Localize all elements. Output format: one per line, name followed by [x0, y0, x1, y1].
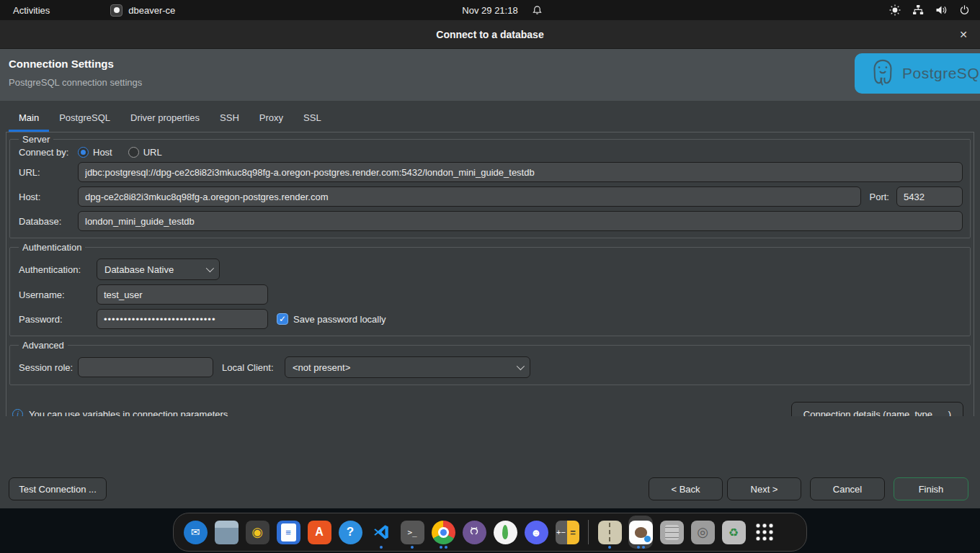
radio-url-label[interactable]: URL [143, 147, 162, 158]
tab-ssl[interactable]: SSL [293, 105, 331, 132]
advanced-row: Session role: Local Client: <not present… [19, 356, 963, 378]
activities-button[interactable]: Activities [13, 5, 50, 16]
dock-help-icon[interactable]: ? [338, 516, 362, 549]
server-group: Server Connect by: Host URL URL: Host: P… [9, 134, 971, 238]
port-input[interactable] [896, 186, 963, 207]
next-button[interactable]: Next > [727, 477, 801, 500]
dbeaver-app-icon [110, 4, 122, 17]
session-role-label: Session role: [19, 362, 78, 373]
desktop-strip: ✉ ◉ ≡ A ? >_ ☻ +−= ◎ ♻ [0, 508, 980, 553]
dock-thunderbird-icon[interactable]: ✉ [183, 516, 208, 549]
page-title: Connection Settings [9, 58, 114, 70]
check-icon: ✓ [279, 314, 286, 324]
dialog-titlebar[interactable]: Connect to a database ✕ [0, 20, 980, 49]
clock[interactable]: Nov 29 21:18 [462, 5, 517, 16]
dock-vscode-icon[interactable] [369, 516, 393, 549]
close-icon[interactable]: ✕ [956, 27, 971, 42]
dock-chrome-icon[interactable] [431, 516, 455, 549]
dock-mongodb-compass-icon[interactable] [493, 516, 517, 549]
authentication-group: Authentication Authentication: Database … [9, 242, 971, 336]
dock-libreoffice-writer-icon[interactable]: ≡ [276, 516, 300, 549]
settings-tabs: Main PostgreSQL Driver properties SSH Pr… [0, 101, 980, 132]
dock-archive-manager-icon[interactable] [597, 516, 622, 549]
host-input[interactable] [78, 186, 861, 207]
network-icon[interactable] [912, 4, 924, 16]
power-icon[interactable] [959, 4, 970, 16]
connect-by-row: Connect by: Host URL [19, 147, 963, 158]
tab-main[interactable]: Main [9, 105, 49, 132]
gnome-top-bar: Activities dbeaver-ce Nov 29 21:18 [0, 0, 980, 20]
host-row: Host: Port: [19, 186, 963, 207]
brightness-icon[interactable] [889, 4, 901, 16]
postgresql-logo: PostgreSQL [855, 53, 980, 94]
tab-driver-properties[interactable]: Driver properties [120, 105, 210, 132]
screen: Activities dbeaver-ce Nov 29 21:18 [0, 0, 980, 553]
username-input[interactable] [97, 284, 268, 305]
url-label: URL: [19, 167, 78, 178]
dock-dbeaver-icon[interactable] [628, 516, 653, 549]
dock-trash-icon[interactable]: ♻ [721, 516, 746, 549]
focused-app-menu[interactable]: dbeaver-ce [110, 4, 175, 17]
local-client-selected-value: <not present> [293, 362, 511, 373]
advanced-group-legend: Advanced [19, 340, 68, 351]
main-tab-panel: Server Connect by: Host URL URL: Host: P… [6, 132, 974, 416]
url-row: URL: [19, 162, 963, 182]
local-client-select[interactable]: <not present> [285, 356, 530, 378]
dock-disks-icon[interactable]: ◎ [690, 516, 715, 549]
password-label: Password: [19, 314, 97, 325]
dialog-footer: Test Connection ... < Back Next > Cancel… [0, 477, 980, 501]
dock-preferences-icon[interactable] [659, 516, 684, 549]
radio-host-label[interactable]: Host [93, 147, 112, 158]
dock-rhythmbox-icon[interactable]: ◉ [245, 516, 270, 549]
dock-discord-icon[interactable]: ☻ [524, 516, 548, 549]
password-row: Password: ✓ Save password locally [19, 309, 963, 329]
postgresql-logo-text: PostgreSQL [902, 65, 980, 82]
url-input[interactable] [78, 162, 963, 182]
server-group-legend: Server [19, 134, 53, 145]
dock-separator [588, 520, 589, 544]
authentication-selected-value: Database Native [104, 264, 200, 275]
dock-app-grid-icon[interactable] [752, 516, 777, 549]
dock-files-icon[interactable] [214, 516, 239, 549]
password-input[interactable] [97, 309, 268, 329]
tab-ssh[interactable]: SSH [210, 105, 249, 132]
host-label: Host: [19, 192, 78, 202]
database-input[interactable] [78, 211, 963, 231]
session-role-input[interactable] [78, 357, 213, 377]
page-subtitle: PostgreSQL connection settings [9, 77, 142, 88]
dock-terminal-icon[interactable]: >_ [400, 516, 424, 549]
save-password-checkbox[interactable]: ✓ [277, 313, 288, 325]
connect-by-label: Connect by: [19, 147, 78, 158]
dock-github-desktop-icon[interactable] [462, 516, 486, 549]
finish-button[interactable]: Finish [894, 477, 968, 500]
radio-url[interactable] [128, 147, 139, 158]
tab-proxy[interactable]: Proxy [249, 105, 293, 132]
save-password-label[interactable]: Save password locally [293, 314, 386, 325]
radio-host[interactable] [78, 147, 89, 158]
local-client-label: Local Client: [222, 362, 285, 373]
focused-app-name: dbeaver-ce [128, 5, 175, 16]
volume-icon[interactable] [935, 4, 948, 16]
notification-bell-icon[interactable] [532, 4, 543, 16]
chevron-down-icon [206, 264, 214, 272]
chevron-down-icon [517, 362, 525, 370]
back-button[interactable]: < Back [649, 477, 723, 500]
authentication-select[interactable]: Database Native [97, 258, 220, 280]
authentication-label: Authentication: [19, 264, 97, 275]
cancel-button[interactable]: Cancel [810, 477, 885, 500]
tab-postgresql[interactable]: PostgreSQL [49, 105, 120, 132]
test-connection-button[interactable]: Test Connection ... [9, 477, 107, 500]
advanced-group: Advanced Session role: Local Client: <no… [9, 340, 971, 385]
hint-row: i You can use variables in connection pa… [12, 402, 968, 416]
port-label: Port: [870, 192, 889, 202]
dock-calculator-icon[interactable]: +−= [555, 516, 579, 549]
dialog-title: Connect to a database [436, 29, 543, 40]
username-row: Username: [19, 284, 963, 305]
username-label: Username: [19, 289, 97, 300]
dialog-header: Connection Settings PostgreSQL connectio… [0, 49, 980, 101]
database-label: Database: [19, 216, 78, 227]
info-icon: i [12, 409, 23, 417]
connection-details-button[interactable]: Connection details (name, type, ... ) [791, 402, 963, 416]
database-row: Database: [19, 211, 963, 231]
dock-ubuntu-software-icon[interactable]: A [307, 516, 331, 549]
